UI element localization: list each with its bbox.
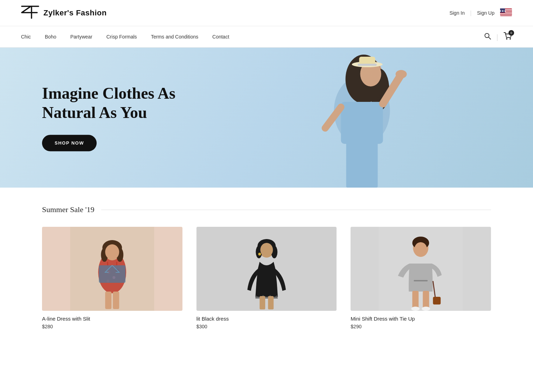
brand-logo-icon bbox=[21, 5, 39, 21]
hero-heading: Imagine Clothes As Natural As You bbox=[42, 84, 175, 122]
hero-model-image bbox=[212, 48, 505, 188]
svg-rect-24 bbox=[346, 142, 378, 188]
svg-rect-48 bbox=[259, 296, 265, 309]
nav-item-boho[interactable]: Boho bbox=[45, 34, 56, 40]
svg-rect-38 bbox=[113, 292, 119, 309]
divider: | bbox=[470, 10, 471, 16]
svg-rect-53 bbox=[433, 297, 441, 304]
sign-up-link[interactable]: Sign Up bbox=[477, 10, 494, 16]
svg-point-36 bbox=[105, 244, 119, 260]
svg-rect-58 bbox=[423, 291, 429, 309]
nav-item-crisp-formals[interactable]: Crisp Formals bbox=[106, 34, 137, 40]
svg-point-10 bbox=[506, 38, 507, 40]
search-icon[interactable] bbox=[484, 33, 491, 41]
svg-rect-37 bbox=[105, 292, 111, 309]
product-name-1: A-line Dress with Slit bbox=[42, 316, 182, 322]
svg-point-46 bbox=[260, 243, 273, 257]
product-card-3[interactable]: Mini Shift Dress with Tie Up $290 bbox=[351, 227, 491, 329]
svg-point-60 bbox=[422, 307, 430, 311]
cart-icon[interactable]: 0 bbox=[504, 32, 512, 41]
svg-rect-4 bbox=[500, 13, 512, 14]
svg-text:★★★: ★★★ bbox=[500, 9, 506, 13]
products-section: Summer Sale '19 bbox=[0, 188, 533, 350]
nav-item-terms[interactable]: Terms and Conditions bbox=[151, 34, 198, 40]
brand-logo-area: Zylker's Fashion bbox=[21, 5, 107, 21]
shop-now-button[interactable]: SHOP NOW bbox=[42, 135, 97, 152]
svg-rect-5 bbox=[500, 15, 512, 15]
products-grid: A-line Dress with Slit $280 bbox=[42, 227, 491, 329]
nav-links: Chic Boho Partywear Crisp Formals Terms … bbox=[21, 26, 229, 47]
product-card-1[interactable]: A-line Dress with Slit $280 bbox=[42, 227, 182, 329]
svg-rect-57 bbox=[413, 291, 419, 309]
svg-line-9 bbox=[489, 37, 491, 39]
product-name-3: Mini Shift Dress with Tie Up bbox=[351, 316, 491, 322]
brand-name: Zylker's Fashion bbox=[43, 8, 107, 18]
svg-rect-19 bbox=[358, 64, 376, 66]
product-price-3: $290 bbox=[351, 324, 491, 329]
product-image-1 bbox=[42, 227, 182, 311]
product-price-1: $280 bbox=[42, 324, 182, 329]
svg-point-22 bbox=[395, 70, 407, 78]
nav-right: | 0 bbox=[484, 32, 512, 41]
section-title-line bbox=[101, 210, 491, 210]
product-card-2[interactable]: lit Black dress $300 bbox=[196, 227, 337, 329]
sign-in-link[interactable]: Sign In bbox=[449, 10, 465, 16]
hero-text-area: Imagine Clothes As Natural As You SHOP N… bbox=[42, 84, 175, 151]
nav-item-contact[interactable]: Contact bbox=[212, 34, 229, 40]
svg-rect-20 bbox=[341, 102, 383, 144]
product-price-2: $300 bbox=[196, 324, 337, 329]
svg-rect-51 bbox=[414, 280, 428, 281]
nav-item-chic[interactable]: Chic bbox=[21, 34, 31, 40]
svg-rect-49 bbox=[268, 296, 274, 309]
svg-point-47 bbox=[258, 253, 261, 255]
product-name-2: lit Black dress bbox=[196, 316, 337, 322]
svg-point-59 bbox=[411, 307, 420, 311]
product-image-2 bbox=[196, 227, 337, 311]
svg-point-11 bbox=[510, 38, 511, 40]
top-bar: Zylker's Fashion Sign In | Sign Up ★★★ bbox=[0, 0, 533, 26]
nav-divider: | bbox=[497, 33, 498, 41]
svg-rect-31 bbox=[99, 265, 125, 283]
product-image-3 bbox=[351, 227, 491, 311]
cart-count-badge: 0 bbox=[508, 30, 514, 36]
nav-bar: Chic Boho Partywear Crisp Formals Terms … bbox=[0, 26, 533, 48]
svg-point-56 bbox=[415, 242, 427, 256]
top-actions: Sign In | Sign Up ★★★ bbox=[449, 8, 512, 18]
nav-item-partywear[interactable]: Partywear bbox=[70, 34, 92, 40]
flag-icon: ★★★ bbox=[500, 8, 512, 18]
hero-banner: Imagine Clothes As Natural As You SHOP N… bbox=[0, 48, 533, 188]
section-title-row: Summer Sale '19 bbox=[42, 205, 491, 214]
section-title: Summer Sale '19 bbox=[42, 205, 94, 214]
